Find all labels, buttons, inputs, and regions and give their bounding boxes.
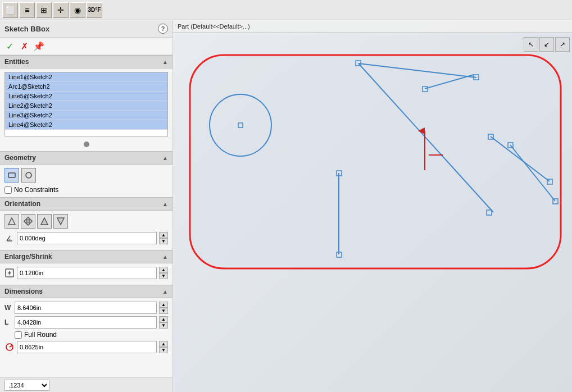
panel-title-bar: Sketch BBox ? [0, 20, 172, 38]
angle-input[interactable]: 0.000deg [17, 232, 157, 244]
entity-item-3[interactable]: Line5@Sketch2 [5, 92, 167, 101]
svg-marker-5 [41, 218, 48, 225]
length-down-btn[interactable]: ▼ [159, 322, 168, 329]
enlarge-section-header[interactable]: Enlarge/Shrink ▲ [0, 250, 172, 263]
bottom-bar: .1234 .123 .12 .1 [0, 377, 172, 392]
length-row: L 4.0428in ▲ ▼ [4, 316, 168, 329]
dimensions-section-header[interactable]: Dimensions ▲ [0, 285, 172, 298]
angle-row: 0.000deg ▲ ▼ [4, 232, 168, 244]
enlarge-down-btn[interactable]: ▼ [159, 273, 168, 279]
svg-rect-0 [8, 173, 15, 177]
width-down-btn[interactable]: ▼ [159, 308, 168, 314]
no-constraints-row: No Constraints [4, 186, 168, 194]
no-constraints-checkbox[interactable] [4, 186, 12, 194]
toolbar-btn-3d[interactable]: 3D°F [87, 2, 102, 18]
panel-title: Sketch BBox [4, 25, 49, 33]
enlarge-input[interactable]: 0.1200in [17, 267, 157, 279]
pin-button[interactable]: 📌 [33, 40, 45, 52]
geometry-collapse-icon: ▲ [162, 155, 168, 161]
width-spinner: ▲ ▼ [159, 302, 168, 314]
enlarge-up-btn[interactable]: ▲ [159, 267, 168, 273]
orient-btn-2[interactable] [21, 214, 35, 229]
entity-item-4[interactable]: Line2@Sketch2 [5, 101, 167, 111]
geometry-section-header[interactable]: Geometry ▲ [0, 151, 172, 165]
enlarge-icon [4, 268, 15, 278]
canvas-area: Part (Default<<Default>...) ↖ ↙ ↗ [173, 20, 572, 392]
dimensions-collapse-icon: ▲ [162, 289, 168, 295]
full-round-checkbox[interactable] [15, 331, 22, 339]
svg-point-1 [26, 172, 31, 178]
orient-btn-3[interactable] [37, 214, 52, 229]
geometry-section: No Constraints [0, 165, 172, 197]
toolbar-btn-crosshair[interactable]: ✛ [53, 2, 69, 18]
orient-btn-1[interactable] [4, 214, 19, 229]
entities-collapse-icon: ▲ [162, 59, 168, 65]
radius-row: 0.8625in ▲ ▼ [4, 341, 168, 353]
entity-item-5[interactable]: Line3@Sketch2 [5, 111, 167, 120]
orientation-label: Orientation [4, 200, 40, 208]
geometry-rectangle-btn[interactable] [4, 168, 19, 183]
cancel-button[interactable]: ✗ [18, 40, 30, 52]
sketch-svg [173, 33, 572, 302]
toolbar-btn-lines[interactable]: ≡ [19, 2, 35, 18]
toolbar-btn-color[interactable]: ◉ [70, 2, 85, 18]
main-content: Sketch BBox ? ✓ ✗ 📌 Entities ▲ Line1@Ske… [0, 20, 572, 392]
breadcrumb-text: Part (Default<<Default>...) [178, 23, 250, 30]
radius-spinner: ▲ ▼ [159, 341, 168, 353]
action-bar: ✓ ✗ 📌 [0, 38, 172, 55]
sketch-bbox-rect [190, 55, 561, 268]
entities-label: Entities [4, 58, 29, 66]
angle-up-btn[interactable]: ▲ [159, 232, 168, 238]
orientation-icons [4, 214, 168, 229]
full-round-label: Full Round [24, 331, 57, 339]
dimensions-label: Dimensions [4, 288, 43, 295]
length-spinner: ▲ ▼ [159, 316, 168, 329]
breadcrumb-bar: Part (Default<<Default>...) [173, 20, 572, 33]
enlarge-label: Enlarge/Shrink [4, 253, 52, 261]
top-toolbar: ⬜ ≡ ⊞ ✛ ◉ 3D°F [0, 0, 572, 20]
radius-icon [4, 342, 15, 352]
radius-up-btn[interactable]: ▲ [159, 341, 168, 347]
width-row: W 8.6406in ▲ ▼ [4, 302, 168, 314]
svg-marker-6 [57, 218, 64, 225]
help-button[interactable]: ? [158, 24, 168, 34]
angle-spinner: ▲ ▼ [159, 232, 168, 244]
geometry-circle-btn[interactable] [21, 168, 36, 183]
orient-btn-4[interactable] [53, 214, 68, 229]
toolbar-btn-grid[interactable]: ⊞ [36, 2, 52, 18]
enlarge-section: 0.1200in ▲ ▼ [0, 263, 172, 285]
svg-marker-2 [8, 218, 15, 225]
entities-section-header[interactable]: Entities ▲ [0, 55, 172, 69]
confirm-button[interactable]: ✓ [3, 40, 16, 52]
scroll-indicator [84, 142, 89, 147]
angle-icon [4, 233, 15, 243]
width-up-btn[interactable]: ▲ [159, 302, 168, 308]
w-label: W [4, 304, 12, 312]
l-label: L [4, 318, 12, 326]
enlarge-spinner: ▲ ▼ [159, 267, 168, 279]
orientation-section: 0.000deg ▲ ▼ [0, 211, 172, 250]
geometry-label: Geometry [4, 154, 36, 162]
no-constraints-label: No Constraints [14, 186, 58, 194]
length-up-btn[interactable]: ▲ [159, 316, 168, 322]
orientation-section-header[interactable]: Orientation ▲ [0, 197, 172, 211]
orientation-collapse-icon: ▲ [162, 201, 168, 207]
entity-item-2[interactable]: Arc1@Sketch2 [5, 82, 167, 92]
width-input[interactable]: 8.6406in [15, 302, 157, 314]
radius-down-btn[interactable]: ▼ [159, 347, 168, 353]
geometry-icons [4, 168, 168, 183]
entity-item-1[interactable]: Line1@Sketch2 [5, 72, 167, 82]
enlarge-row: 0.1200in ▲ ▼ [4, 267, 168, 279]
svg-rect-4 [26, 220, 30, 223]
toolbar-btn-square[interactable]: ⬜ [2, 2, 18, 18]
angle-down-btn[interactable]: ▼ [159, 238, 168, 244]
left-panel: Sketch BBox ? ✓ ✗ 📌 Entities ▲ Line1@Ske… [0, 20, 173, 392]
radius-input[interactable]: 0.8625in [17, 341, 157, 353]
full-round-row: Full Round [4, 331, 168, 339]
entity-item-6[interactable]: Line4@Sketch2 [5, 120, 167, 130]
enlarge-collapse-icon: ▲ [162, 254, 168, 260]
entities-list: Line1@Sketch2 Arc1@Sketch2 Line5@Sketch2… [4, 72, 168, 136]
dimensions-section: W 8.6406in ▲ ▼ L 4.0428in ▲ ▼ Full Round [0, 298, 172, 359]
length-input[interactable]: 4.0428in [15, 316, 157, 329]
decimal-select[interactable]: .1234 .123 .12 .1 [4, 380, 49, 391]
